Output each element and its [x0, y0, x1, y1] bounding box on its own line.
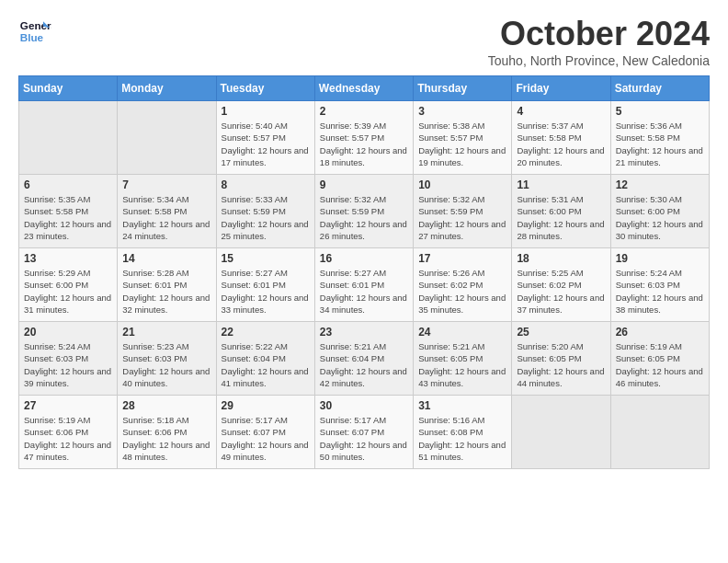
day-info: Sunrise: 5:39 AMSunset: 5:57 PMDaylight:… [320, 120, 408, 168]
calendar-table: SundayMondayTuesdayWednesdayThursdayFrid… [18, 75, 710, 469]
day-cell: 14Sunrise: 5:28 AMSunset: 6:01 PMDayligh… [118, 248, 216, 322]
day-number: 3 [418, 105, 506, 118]
day-cell: 12Sunrise: 5:30 AMSunset: 6:00 PMDayligh… [610, 175, 709, 248]
day-info: Sunrise: 5:21 AMSunset: 6:05 PMDaylight:… [418, 340, 506, 389]
day-info: Sunrise: 5:21 AMSunset: 6:04 PMDaylight:… [320, 340, 408, 389]
day-cell: 17Sunrise: 5:26 AMSunset: 6:02 PMDayligh… [414, 248, 512, 322]
day-cell: 3Sunrise: 5:38 AMSunset: 5:57 PMDaylight… [414, 101, 512, 175]
day-cell: 20Sunrise: 5:24 AMSunset: 6:03 PMDayligh… [19, 322, 118, 396]
day-number: 26 [616, 326, 704, 339]
day-info: Sunrise: 5:19 AMSunset: 6:05 PMDaylight:… [616, 340, 704, 389]
day-info: Sunrise: 5:24 AMSunset: 6:03 PMDaylight:… [616, 267, 704, 316]
day-number: 28 [122, 399, 210, 412]
day-cell: 21Sunrise: 5:23 AMSunset: 6:03 PMDayligh… [118, 322, 216, 396]
month-title: October 2024 [488, 15, 710, 53]
day-info: Sunrise: 5:23 AMSunset: 6:03 PMDaylight:… [122, 340, 210, 389]
day-info: Sunrise: 5:40 AMSunset: 5:57 PMDaylight:… [222, 120, 310, 168]
day-number: 8 [222, 178, 310, 191]
day-number: 13 [24, 252, 112, 265]
col-header-sunday: Sunday [19, 76, 118, 101]
day-info: Sunrise: 5:29 AMSunset: 6:00 PMDaylight:… [24, 267, 112, 316]
day-cell: 27Sunrise: 5:19 AMSunset: 6:06 PMDayligh… [19, 396, 118, 469]
day-cell: 6Sunrise: 5:35 AMSunset: 5:58 PMDaylight… [19, 175, 118, 248]
day-cell: 30Sunrise: 5:17 AMSunset: 6:07 PMDayligh… [314, 396, 413, 469]
col-header-monday: Monday [118, 76, 216, 101]
day-info: Sunrise: 5:17 AMSunset: 6:07 PMDaylight:… [320, 414, 408, 463]
day-info: Sunrise: 5:33 AMSunset: 5:59 PMDaylight:… [222, 193, 310, 242]
day-number: 2 [320, 105, 408, 118]
day-number: 27 [24, 399, 112, 412]
calendar-body: 1Sunrise: 5:40 AMSunset: 5:57 PMDaylight… [19, 101, 710, 469]
day-number: 29 [222, 399, 310, 412]
day-number: 30 [320, 399, 408, 412]
day-cell [610, 396, 709, 469]
day-number: 20 [24, 326, 112, 339]
day-cell: 24Sunrise: 5:21 AMSunset: 6:05 PMDayligh… [414, 322, 512, 396]
day-cell: 28Sunrise: 5:18 AMSunset: 6:06 PMDayligh… [118, 396, 216, 469]
week-row-4: 20Sunrise: 5:24 AMSunset: 6:03 PMDayligh… [19, 322, 710, 396]
day-number: 12 [616, 178, 704, 191]
subtitle: Touho, North Province, New Caledonia [488, 53, 710, 68]
day-info: Sunrise: 5:32 AMSunset: 5:59 PMDaylight:… [320, 193, 408, 242]
day-cell: 2Sunrise: 5:39 AMSunset: 5:57 PMDaylight… [314, 101, 413, 175]
day-info: Sunrise: 5:18 AMSunset: 6:06 PMDaylight:… [122, 414, 210, 463]
day-info: Sunrise: 5:25 AMSunset: 6:02 PMDaylight:… [517, 267, 605, 316]
day-cell: 19Sunrise: 5:24 AMSunset: 6:03 PMDayligh… [610, 248, 709, 322]
day-number: 15 [222, 252, 310, 265]
day-info: Sunrise: 5:26 AMSunset: 6:02 PMDaylight:… [418, 267, 506, 316]
col-header-tuesday: Tuesday [216, 76, 314, 101]
day-number: 17 [418, 252, 506, 265]
day-cell [118, 101, 216, 175]
header: General Blue October 2024 Touho, North P… [18, 15, 710, 68]
day-cell [512, 396, 610, 469]
day-info: Sunrise: 5:22 AMSunset: 6:04 PMDaylight:… [222, 340, 310, 389]
day-cell: 15Sunrise: 5:27 AMSunset: 6:01 PMDayligh… [216, 248, 314, 322]
day-cell: 5Sunrise: 5:36 AMSunset: 5:58 PMDaylight… [610, 101, 709, 175]
day-number: 25 [517, 326, 605, 339]
day-cell: 25Sunrise: 5:20 AMSunset: 6:05 PMDayligh… [512, 322, 610, 396]
day-cell: 13Sunrise: 5:29 AMSunset: 6:00 PMDayligh… [19, 248, 118, 322]
col-header-friday: Friday [512, 76, 610, 101]
day-number: 4 [517, 105, 605, 118]
day-info: Sunrise: 5:34 AMSunset: 5:58 PMDaylight:… [122, 193, 210, 242]
day-info: Sunrise: 5:38 AMSunset: 5:57 PMDaylight:… [418, 120, 506, 168]
day-info: Sunrise: 5:17 AMSunset: 6:07 PMDaylight:… [222, 414, 310, 463]
day-info: Sunrise: 5:16 AMSunset: 6:08 PMDaylight:… [418, 414, 506, 463]
day-cell: 4Sunrise: 5:37 AMSunset: 5:58 PMDaylight… [512, 101, 610, 175]
col-header-wednesday: Wednesday [314, 76, 413, 101]
day-info: Sunrise: 5:27 AMSunset: 6:01 PMDaylight:… [222, 267, 310, 316]
day-number: 1 [222, 105, 310, 118]
day-cell [19, 101, 118, 175]
day-cell: 23Sunrise: 5:21 AMSunset: 6:04 PMDayligh… [314, 322, 413, 396]
day-info: Sunrise: 5:20 AMSunset: 6:05 PMDaylight:… [517, 340, 605, 389]
week-row-3: 13Sunrise: 5:29 AMSunset: 6:00 PMDayligh… [19, 248, 710, 322]
day-cell: 9Sunrise: 5:32 AMSunset: 5:59 PMDaylight… [314, 175, 413, 248]
day-cell: 18Sunrise: 5:25 AMSunset: 6:02 PMDayligh… [512, 248, 610, 322]
day-number: 7 [122, 178, 210, 191]
day-info: Sunrise: 5:31 AMSunset: 6:00 PMDaylight:… [517, 193, 605, 242]
col-header-saturday: Saturday [610, 76, 709, 101]
day-info: Sunrise: 5:28 AMSunset: 6:01 PMDaylight:… [122, 267, 210, 316]
day-cell: 22Sunrise: 5:22 AMSunset: 6:04 PMDayligh… [216, 322, 314, 396]
day-cell: 8Sunrise: 5:33 AMSunset: 5:59 PMDaylight… [216, 175, 314, 248]
day-cell: 31Sunrise: 5:16 AMSunset: 6:08 PMDayligh… [414, 396, 512, 469]
title-block: October 2024 Touho, North Province, New … [488, 15, 710, 68]
day-number: 21 [122, 326, 210, 339]
week-row-5: 27Sunrise: 5:19 AMSunset: 6:06 PMDayligh… [19, 396, 710, 469]
day-cell: 16Sunrise: 5:27 AMSunset: 6:01 PMDayligh… [314, 248, 413, 322]
day-number: 18 [517, 252, 605, 265]
day-cell: 1Sunrise: 5:40 AMSunset: 5:57 PMDaylight… [216, 101, 314, 175]
logo-icon: General Blue [18, 15, 51, 48]
day-number: 14 [122, 252, 210, 265]
day-info: Sunrise: 5:30 AMSunset: 6:00 PMDaylight:… [616, 193, 704, 242]
day-info: Sunrise: 5:27 AMSunset: 6:01 PMDaylight:… [320, 267, 408, 316]
day-info: Sunrise: 5:19 AMSunset: 6:06 PMDaylight:… [24, 414, 112, 463]
day-cell: 7Sunrise: 5:34 AMSunset: 5:58 PMDaylight… [118, 175, 216, 248]
day-cell: 10Sunrise: 5:32 AMSunset: 5:59 PMDayligh… [414, 175, 512, 248]
day-info: Sunrise: 5:24 AMSunset: 6:03 PMDaylight:… [24, 340, 112, 389]
day-number: 19 [616, 252, 704, 265]
day-cell: 29Sunrise: 5:17 AMSunset: 6:07 PMDayligh… [216, 396, 314, 469]
day-info: Sunrise: 5:37 AMSunset: 5:58 PMDaylight:… [517, 120, 605, 168]
day-number: 31 [418, 399, 506, 412]
col-header-thursday: Thursday [414, 76, 512, 101]
